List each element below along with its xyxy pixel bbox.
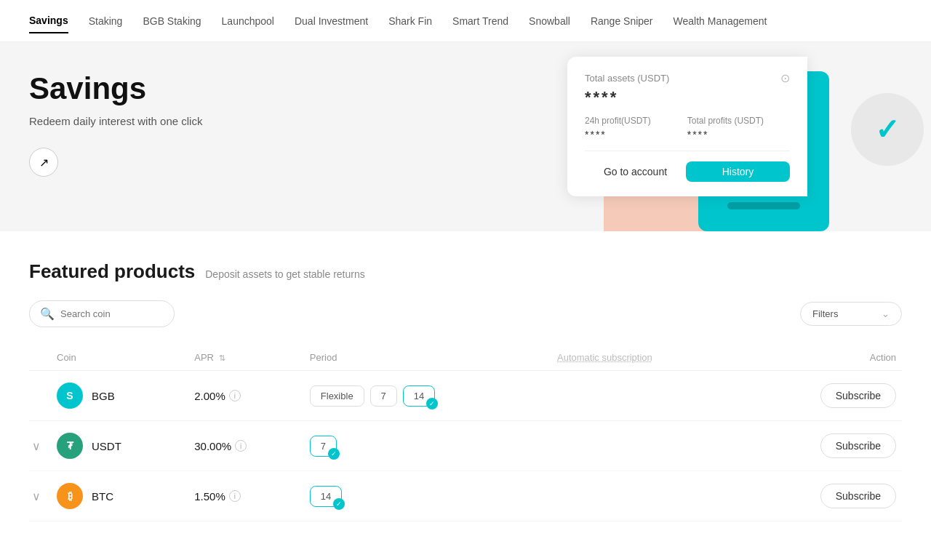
- share-icon: ↗: [39, 156, 49, 169]
- coin-name: BGB: [92, 390, 115, 402]
- sort-icon: ⇅: [219, 353, 225, 362]
- apr-value: 30.00%: [194, 440, 231, 452]
- history-button[interactable]: History: [686, 161, 790, 182]
- assets-card: Total assets (USDT) ⊙ **** 24h profit(US…: [567, 57, 807, 196]
- apr-cell: 30.00% i: [194, 440, 298, 452]
- subscribe-button[interactable]: Subscribe: [820, 484, 896, 508]
- nav-item-wealth-management[interactable]: Wealth Management: [674, 9, 767, 33]
- coin-icon: ₮: [57, 433, 83, 459]
- info-icon[interactable]: i: [235, 440, 247, 452]
- total-assets-value: ****: [585, 88, 790, 107]
- coin-cell: ₮ USDT: [57, 433, 183, 459]
- col-expand: [29, 345, 51, 371]
- filter-button[interactable]: Filters ⌄: [800, 302, 902, 326]
- nav-item-dual-investment[interactable]: Dual Investment: [295, 9, 368, 33]
- subscribe-button[interactable]: Subscribe: [820, 383, 896, 408]
- main-content: Featured products Deposit assets to get …: [0, 231, 931, 551]
- search-icon: 🔍: [40, 307, 55, 321]
- section-title: Featured products: [29, 260, 195, 283]
- period-cell: 14 ✓: [310, 486, 546, 507]
- hero-subtitle: Redeem daily interest with one click: [29, 115, 393, 127]
- page-title: Savings: [29, 71, 393, 106]
- period-pill[interactable]: 7: [370, 385, 397, 407]
- chevron-down-icon: ⌄: [882, 308, 890, 319]
- col-period-header: Period: [304, 345, 551, 371]
- coin-icon: ₿: [57, 483, 83, 509]
- col-action-header: Action: [744, 345, 902, 371]
- selected-checkmark: ✓: [426, 398, 438, 409]
- col-auto-sub-header: Automatic subscription: [551, 345, 744, 371]
- period-cell: Flexible 7 14 ✓: [310, 385, 546, 407]
- col-coin-header: Coin: [51, 345, 188, 371]
- table-row: ∨ ₿ BTC 1.50% i 14 ✓ Subscribe: [29, 471, 902, 521]
- coin-icon: S: [57, 383, 83, 409]
- apr-value: 1.50%: [194, 490, 225, 503]
- apr-cell: 1.50% i: [194, 490, 298, 503]
- go-to-account-button[interactable]: Go to account: [585, 161, 686, 182]
- row-expand-icon[interactable]: ∨: [32, 490, 41, 503]
- period-pill[interactable]: 7 ✓: [310, 436, 337, 457]
- nav-item-bgb-staking[interactable]: BGB Staking: [143, 9, 201, 33]
- total-profit-value: ****: [687, 129, 764, 140]
- nav-item-launchpool[interactable]: Launchpool: [222, 9, 274, 33]
- nav-item-savings[interactable]: Savings: [29, 9, 68, 33]
- section-subtitle: Deposit assets to get stable returns: [205, 268, 364, 280]
- col-apr-header[interactable]: APR ⇅: [188, 345, 304, 371]
- period-pill[interactable]: 14 ✓: [310, 486, 342, 507]
- total-assets-label: Total assets (USDT): [585, 73, 669, 84]
- nav-item-range-sniper[interactable]: Range Sniper: [591, 9, 653, 33]
- main-nav: SavingsStakingBGB StakingLaunchpoolDual …: [0, 0, 931, 42]
- eye-off-icon[interactable]: ⊙: [780, 71, 790, 85]
- products-table: Coin APR ⇅ Period Automatic subscription…: [29, 345, 902, 521]
- nav-item-shark-fin[interactable]: Shark Fin: [388, 9, 432, 33]
- coin-name: USDT: [92, 440, 121, 452]
- total-profit-label: Total profits (USDT): [687, 116, 764, 126]
- selected-checkmark: ✓: [328, 448, 340, 460]
- toolbar: 🔍 Filters ⌄: [29, 300, 902, 327]
- section-header: Featured products Deposit assets to get …: [29, 260, 902, 283]
- table-row: ∨ ₮ USDT 30.00% i 7 ✓ Subscribe: [29, 421, 902, 471]
- apr-value: 2.00%: [194, 390, 225, 402]
- profit-24h-value: ****: [585, 129, 651, 140]
- period-pill[interactable]: 14 ✓: [403, 385, 435, 407]
- info-icon[interactable]: i: [229, 390, 241, 401]
- nav-item-smart-trend[interactable]: Smart Trend: [452, 9, 508, 33]
- share-button[interactable]: ↗: [29, 148, 58, 177]
- search-input[interactable]: [60, 308, 164, 319]
- coin-cell: ₿ BTC: [57, 483, 183, 509]
- apr-cell: 2.00% i: [194, 390, 298, 402]
- selected-checkmark: ✓: [333, 498, 345, 510]
- coin-name: BTC: [92, 490, 113, 503]
- profit-24h-label: 24h profit(USDT): [585, 116, 651, 126]
- subscribe-button[interactable]: Subscribe: [820, 433, 896, 458]
- filter-label: Filters: [812, 308, 838, 319]
- nav-item-staking[interactable]: Staking: [89, 9, 123, 33]
- period-cell: 7 ✓: [310, 436, 546, 457]
- period-pill[interactable]: Flexible: [310, 385, 364, 407]
- coin-cell: S BGB: [57, 383, 183, 409]
- hero-section: Savings Redeem daily interest with one c…: [0, 42, 931, 231]
- search-box[interactable]: 🔍: [29, 300, 175, 327]
- nav-item-snowball[interactable]: Snowball: [529, 9, 570, 33]
- row-expand-icon[interactable]: ∨: [32, 440, 41, 452]
- table-row: S BGB 2.00% i Flexible 7 14 ✓ Subscribe: [29, 371, 902, 421]
- info-icon[interactable]: i: [229, 490, 241, 502]
